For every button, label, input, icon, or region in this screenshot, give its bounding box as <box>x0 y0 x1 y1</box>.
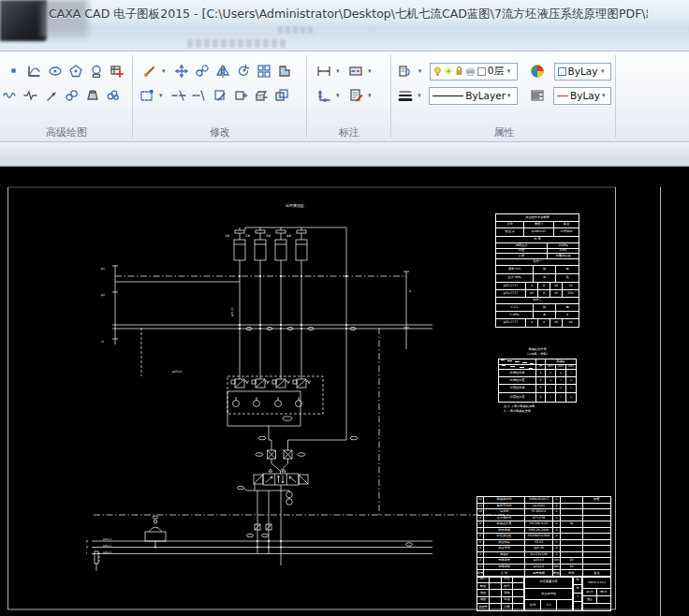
signature-block: 设计工艺制图校对描图审核描校批准底图号日期 <box>476 576 524 611</box>
title-block: 出坯装置试车液压原理图比例1:1 <box>524 576 573 611</box>
stage-block: 标记1 <box>573 576 582 611</box>
caxa-window: CAXA CAD 电子图板2015 - [C:\Users\Administra… <box>0 0 689 616</box>
action-table: 电磁铁序1DT2DT3DT前进缸前进1++−前进缸后退2+−+后退缸前进3−+−… <box>498 359 577 403</box>
action-table-notes: 注:1. +表示电磁铁得电 2. −表示电磁铁失电 <box>504 404 535 414</box>
action-table-title: 电磁铁动作表 (+得电 −失电) <box>498 347 577 357</box>
bom-table: 12电磁换向阀34BM-B10H-T1配套11单向节流阀LA-H10L210溢流… <box>476 496 611 578</box>
drawing-number-block: YB250-2-10-4共1张第1张重量 <box>582 576 611 611</box>
parameter-table: 液压缸技术参数表名称数值 t备注缸径 φφ180/125行程900附 表系统压力… <box>495 213 579 328</box>
table-layer: 液压缸技术参数表名称数值 t备注缸径 φφ180/125行程900附 表系统压力… <box>0 0 689 616</box>
